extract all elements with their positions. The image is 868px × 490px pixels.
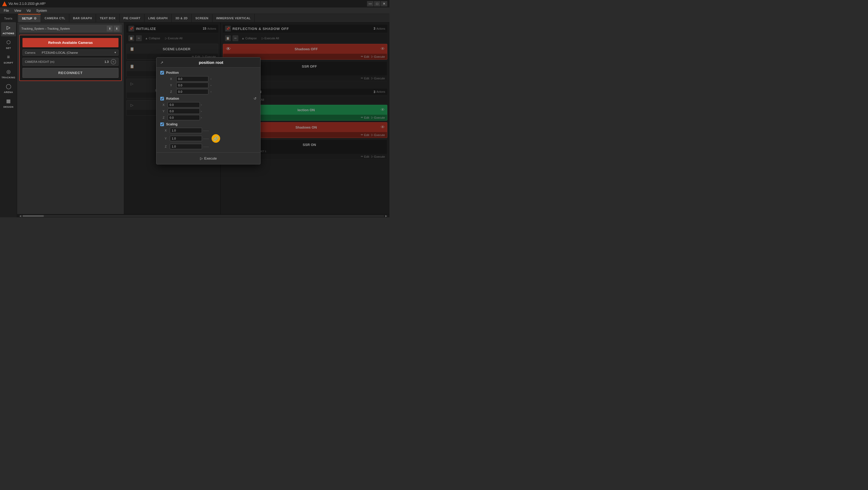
- height-dial[interactable]: ↻: [111, 59, 116, 64]
- rot-z-lock[interactable]: ▪: [201, 116, 202, 119]
- ssr-off-execute[interactable]: ▷ Execute: [371, 76, 385, 80]
- scale-y-input[interactable]: [170, 136, 202, 141]
- menu-viz[interactable]: Viz: [24, 8, 33, 13]
- modal-execute-button[interactable]: ▷ Execute: [197, 155, 220, 161]
- tab-text-box[interactable]: TEXT BOX: [96, 14, 120, 22]
- scale-z-input[interactable]: [170, 144, 202, 149]
- pos-x-input[interactable]: [176, 76, 208, 81]
- modal-header-icon: ↗: [160, 60, 163, 65]
- scaling-checkbox[interactable]: [160, 123, 164, 126]
- rot-x-lock[interactable]: ▪: [201, 103, 202, 106]
- minimize-button[interactable]: —: [367, 1, 373, 6]
- scrollbar-thumb[interactable]: [23, 215, 44, 217]
- menu-file[interactable]: File: [1, 8, 11, 13]
- tab-3d-2d-label: 3D & 2D: [176, 17, 188, 20]
- link-icon: 🔗: [213, 136, 219, 141]
- reflection-collapse-btn[interactable]: ▲ Collapse: [240, 36, 258, 40]
- sidebar-item-arena[interactable]: ◯ ARENA: [1, 81, 16, 95]
- pos-y-lock[interactable]: ▪: [211, 84, 212, 87]
- position-z-row: Z ▪: [160, 89, 256, 94]
- tab-3d-2d[interactable]: 3D & 2D: [172, 14, 192, 22]
- ssr-on-execute[interactable]: ▷ Execute: [371, 155, 385, 158]
- sidebar-item-set[interactable]: ⬡ SET: [1, 37, 16, 51]
- pos-x-lock[interactable]: ▪: [211, 77, 212, 80]
- scene-loader-header: 📋 SCENE LOADER: [126, 44, 218, 54]
- execute-icon: ▷: [371, 76, 373, 80]
- execute-all-btn[interactable]: ▷ Execute All: [163, 36, 184, 41]
- tracking-icon: ◎: [5, 68, 12, 75]
- shadows-on-edit[interactable]: ✏ Edit: [361, 133, 369, 137]
- tab-pie-chart[interactable]: PIE CHART: [120, 14, 145, 22]
- reflection-tb-icon1[interactable]: 📋: [225, 35, 231, 41]
- reflection-on-execute[interactable]: ▷ Execute: [371, 116, 385, 119]
- scaling-section: Scaling X —— Y: [160, 123, 256, 149]
- maximize-button[interactable]: □: [374, 1, 380, 6]
- shadow-on-count: 3: [374, 90, 376, 94]
- position-checkbox[interactable]: [160, 71, 164, 74]
- sidebar-item-tracking[interactable]: ◎ TRACKING: [1, 66, 16, 80]
- tab-camera-ctl[interactable]: CAMERA CTL: [41, 14, 69, 22]
- scale-z-row: Z ——: [160, 144, 256, 149]
- rot-z-label: Z: [160, 116, 164, 119]
- modal-header: ↗ position root: [156, 58, 260, 68]
- pos-z-lock[interactable]: ▪: [211, 90, 212, 93]
- actions-icon: ▷: [5, 24, 12, 31]
- rot-y-lock[interactable]: ▪: [201, 109, 202, 113]
- refresh-cameras-button[interactable]: Refresh Available Cameras: [23, 38, 119, 47]
- camera-label: Camera: [25, 51, 39, 54]
- modal-title: position root: [165, 60, 256, 65]
- rotation-refresh-icon[interactable]: ↺: [254, 97, 256, 100]
- scale-preview-icon: ▷: [129, 102, 135, 108]
- cam1-icon: ▷: [129, 80, 135, 87]
- main-layout: Tools ▷ ACTIONS ⬡ SET ≡ SCRIPT ◎ TRACKIN…: [0, 14, 390, 217]
- rot-z-input[interactable]: [168, 115, 200, 120]
- tab-immersive[interactable]: IMMERSIVE VERTICAL: [212, 14, 255, 22]
- scroll-left-arrow[interactable]: ◀: [18, 215, 23, 217]
- pos-z-input[interactable]: [176, 89, 208, 94]
- rotation-section: Rotation ↺ X ▪ Y: [160, 97, 256, 120]
- rot-x-input[interactable]: [168, 102, 200, 107]
- rot-y-label: Y: [160, 109, 164, 113]
- reflection-pin-icon[interactable]: 📌: [225, 26, 231, 32]
- menu-view[interactable]: View: [11, 8, 24, 13]
- shadows-off-execute[interactable]: ▷ Execute: [371, 55, 385, 58]
- sidebar-item-design[interactable]: ▦ DESIGN: [1, 96, 16, 110]
- tab-setup[interactable]: SETUP ⚙: [18, 14, 41, 22]
- scroll-right-arrow[interactable]: ▶: [384, 215, 389, 217]
- rotation-checkbox[interactable]: [160, 97, 164, 100]
- shadows-off-edit[interactable]: ✏ Edit: [361, 55, 369, 58]
- camera-dropdown-icon[interactable]: ▾: [115, 51, 116, 54]
- reflection-execute-all-btn[interactable]: ▷ Execute All: [260, 36, 281, 41]
- initialize-tb-icon2[interactable]: ✏: [136, 35, 142, 41]
- ssr-off-edit[interactable]: ✏ Edit: [361, 76, 369, 80]
- ssr-on-edit[interactable]: ✏ Edit: [361, 155, 369, 158]
- rot-y-input[interactable]: [168, 108, 200, 114]
- scale-y-label: Y: [162, 137, 167, 140]
- collapse-btn[interactable]: ▲ Collapse: [143, 36, 162, 40]
- reflection-on-edit[interactable]: ✏ Edit: [361, 116, 369, 119]
- tab-setup-label: SETUP: [22, 17, 32, 20]
- reconnect-button[interactable]: RECONNECT: [23, 68, 119, 78]
- tab-line-graph[interactable]: LINE GRAPH: [145, 14, 172, 22]
- scale-link-button[interactable]: 🔗: [212, 134, 220, 143]
- tab-bar-graph[interactable]: BAR GRAPH: [69, 14, 96, 22]
- menu-system[interactable]: System: [34, 8, 50, 13]
- tab-screen[interactable]: SCREEN: [191, 14, 212, 22]
- shadows-on-execute[interactable]: ▷ Execute: [371, 133, 385, 137]
- scrollbar-track[interactable]: [23, 215, 384, 217]
- initialize-tb-icon1[interactable]: 📋: [128, 35, 134, 41]
- shadow-on-actions-label: Actions: [376, 90, 385, 93]
- initialize-pin-icon[interactable]: 📌: [128, 26, 134, 32]
- reflection-tb-icon2[interactable]: ✏: [232, 35, 238, 41]
- scale-y-row: Y —— 🔗: [160, 134, 256, 143]
- tracking-icon-btn-1[interactable]: ⬆: [107, 26, 113, 32]
- sidebar-item-actions[interactable]: ▷ ACTIONS: [1, 22, 16, 36]
- close-button[interactable]: ✕: [381, 1, 387, 6]
- titlebar-left: Viz Arc 2.1.0.1533 gh:AR*: [2, 1, 46, 6]
- sidebar-item-script[interactable]: ≡ SCRIPT: [1, 52, 16, 66]
- right-panel: 📌 INITIALIZE 15 Actions 📋 ✏ ▲ Collapse: [124, 23, 390, 214]
- scale-x-input[interactable]: [170, 128, 202, 133]
- scale-z-link-line: ——: [203, 145, 209, 148]
- pos-y-input[interactable]: [176, 83, 208, 88]
- tracking-icon-btn-2[interactable]: ⬇: [114, 26, 120, 32]
